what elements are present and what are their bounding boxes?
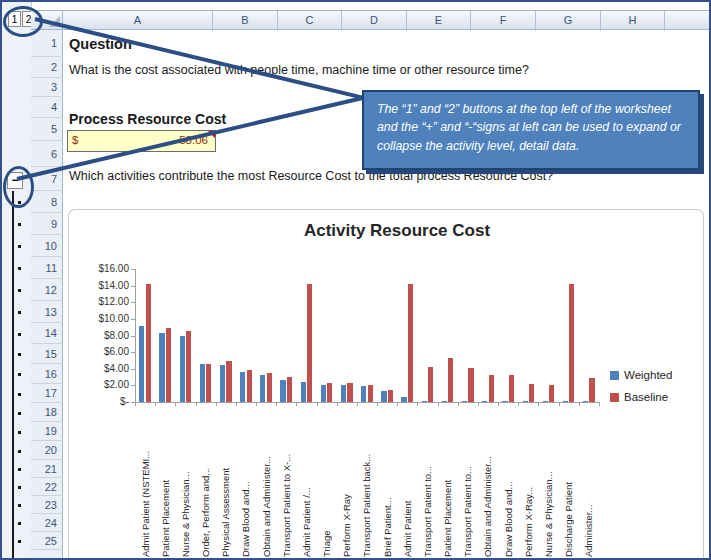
process-resource-cost-heading: Process Resource Cost <box>69 111 226 127</box>
column-header-F[interactable]: F <box>471 11 536 31</box>
row-header-18[interactable]: 18 <box>31 403 63 422</box>
bar-weighted[interactable] <box>260 375 265 402</box>
bar-weighted[interactable] <box>200 364 205 402</box>
bar-baseline[interactable] <box>226 361 231 402</box>
row-header-17[interactable]: 17 <box>31 384 63 403</box>
bar-weighted[interactable] <box>321 385 326 402</box>
outline-dot-row-15 <box>18 353 21 356</box>
row-header-5[interactable]: 5 <box>31 118 63 141</box>
legend-item-weighted[interactable]: Weighted <box>610 369 672 381</box>
x-category-label: Brief Patient... <box>380 407 395 557</box>
bar-baseline[interactable] <box>549 385 554 402</box>
row-header-14[interactable]: 14 <box>31 323 63 344</box>
bar-weighted[interactable] <box>240 372 245 402</box>
bar-weighted[interactable] <box>139 326 144 402</box>
bar-weighted[interactable] <box>583 401 588 402</box>
row-header-12[interactable]: 12 <box>31 279 63 301</box>
bar-baseline[interactable] <box>569 284 574 402</box>
currency-symbol: $ <box>72 134 78 146</box>
x-category-label: Admit Patient /... <box>299 407 314 557</box>
column-header-A[interactable]: A <box>63 11 213 31</box>
row-header-6[interactable]: 6 <box>31 141 63 167</box>
bar-baseline[interactable] <box>589 378 594 402</box>
row-header-21[interactable]: 21 <box>31 460 63 478</box>
row-header-20[interactable]: 20 <box>31 441 63 460</box>
bar-weighted[interactable] <box>563 401 568 402</box>
outline-dot-row-13 <box>18 311 21 314</box>
y-tick-mark <box>131 352 135 353</box>
x-category-label: Admit Patient <box>400 407 415 557</box>
bar-baseline[interactable] <box>327 383 332 402</box>
bar-baseline[interactable] <box>388 390 393 402</box>
bar-baseline[interactable] <box>408 284 413 402</box>
bar-weighted[interactable] <box>220 365 225 402</box>
row-header-15[interactable]: 15 <box>31 344 63 364</box>
bar-baseline[interactable] <box>529 384 534 402</box>
column-header-B[interactable]: B <box>213 11 278 31</box>
bar-baseline[interactable] <box>468 368 473 402</box>
bar-weighted[interactable] <box>442 401 447 402</box>
bar-weighted[interactable] <box>341 385 346 402</box>
bar-baseline[interactable] <box>347 383 352 402</box>
bar-weighted[interactable] <box>422 401 427 402</box>
row-header-4[interactable]: 4 <box>31 97 63 118</box>
outline-dot-row-17 <box>18 393 21 396</box>
legend-label: Weighted <box>624 369 672 381</box>
x-tick-mark <box>397 402 398 406</box>
outline-dot-row-22 <box>18 486 21 489</box>
bar-weighted[interactable] <box>401 397 406 402</box>
row-header-16[interactable]: 16 <box>31 364 63 384</box>
bar-weighted[interactable] <box>159 333 164 402</box>
row-header-10[interactable]: 10 <box>31 235 63 257</box>
bar-weighted[interactable] <box>361 386 366 402</box>
y-tick-mark <box>131 269 135 270</box>
bar-baseline[interactable] <box>206 364 211 402</box>
outline-dot-row-12 <box>18 289 21 292</box>
row-headers: 1234567891011121314151617181920212223242… <box>31 30 63 558</box>
bar-weighted[interactable] <box>482 401 487 402</box>
bar-baseline[interactable] <box>166 328 171 402</box>
bar-baseline[interactable] <box>247 370 252 402</box>
bar-weighted[interactable] <box>462 401 467 402</box>
row-header-1[interactable]: 1 <box>31 30 63 57</box>
row-header-22[interactable]: 22 <box>31 478 63 496</box>
bar-baseline[interactable] <box>186 331 191 402</box>
y-tick-label: $10.00 <box>77 313 129 324</box>
y-tick-label: $14.00 <box>77 280 129 291</box>
x-tick-mark <box>599 402 600 406</box>
bar-weighted[interactable] <box>381 391 386 402</box>
row-header-25[interactable]: 25 <box>31 532 63 550</box>
legend-item-baseline[interactable]: Baseline <box>610 391 668 403</box>
bar-weighted[interactable] <box>180 336 185 403</box>
row-header-8[interactable]: 8 <box>31 191 63 213</box>
bar-baseline[interactable] <box>287 377 292 402</box>
bar-baseline[interactable] <box>509 375 514 402</box>
bar-baseline[interactable] <box>448 358 453 402</box>
column-header-D[interactable]: D <box>342 11 407 31</box>
row-header-11[interactable]: 11 <box>31 257 63 279</box>
bar-baseline[interactable] <box>368 385 373 402</box>
bar-weighted[interactable] <box>502 401 507 402</box>
column-header-G[interactable]: G <box>536 11 601 31</box>
bar-weighted[interactable] <box>301 382 306 402</box>
column-header-E[interactable]: E <box>407 11 471 31</box>
bar-baseline[interactable] <box>307 284 312 402</box>
bar-weighted[interactable] <box>280 380 285 402</box>
bar-weighted[interactable] <box>543 401 548 402</box>
outline-dot-row-21 <box>18 468 21 471</box>
row-header-24[interactable]: 24 <box>31 514 63 532</box>
row-header-19[interactable]: 19 <box>31 422 63 441</box>
bar-baseline[interactable] <box>489 375 494 402</box>
column-header-C[interactable]: C <box>278 11 342 31</box>
bar-baseline[interactable] <box>428 367 433 402</box>
column-header-H[interactable]: H <box>601 11 665 31</box>
row-header-13[interactable]: 13 <box>31 301 63 323</box>
bar-baseline[interactable] <box>146 284 151 402</box>
x-tick-mark <box>538 402 539 406</box>
row-header-9[interactable]: 9 <box>31 213 63 235</box>
row-header-3[interactable]: 3 <box>31 78 63 97</box>
bar-weighted[interactable] <box>523 401 528 402</box>
row-header-23[interactable]: 23 <box>31 496 63 514</box>
row-header-2[interactable]: 2 <box>31 57 63 78</box>
bar-baseline[interactable] <box>267 373 272 402</box>
